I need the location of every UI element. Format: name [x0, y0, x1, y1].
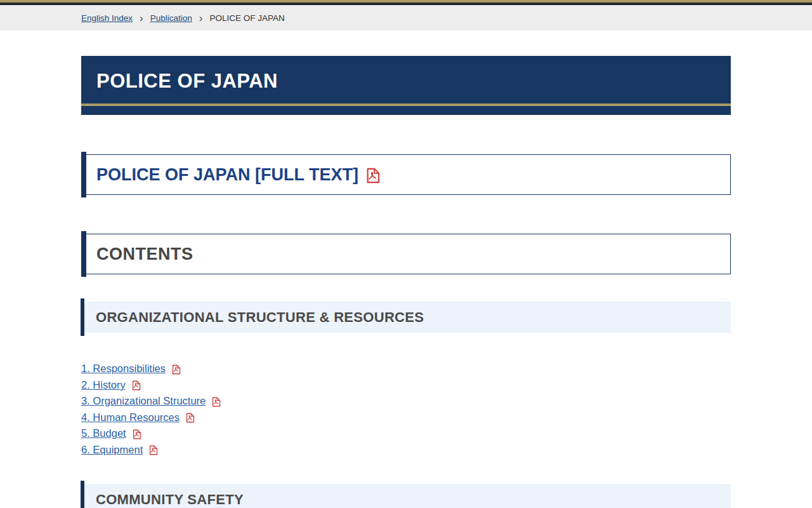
list-item: 1. Responsibilities [81, 361, 731, 377]
page-title: POLICE OF JAPAN [81, 56, 731, 93]
page-title-banner: POLICE OF JAPAN [81, 56, 731, 115]
list-item: 2. History [81, 377, 731, 394]
left-accent-bar [81, 152, 86, 197]
main-content: POLICE OF JAPAN POLICE OF JAPAN [FULL TE… [81, 56, 731, 508]
toc-link-budget[interactable]: 5. Budget [81, 427, 126, 439]
pdf-icon [364, 167, 381, 184]
pdf-icon [185, 412, 195, 424]
toc-list: 1. Responsibilities 2. History 3. Organi… [81, 361, 731, 458]
toc-link-responsibilities[interactable]: 1. Responsibilities [81, 363, 166, 375]
chevron-right-icon: › [140, 13, 143, 23]
left-accent-bar [81, 298, 84, 336]
breadcrumb-link-english-index[interactable]: English Index [81, 13, 133, 23]
breadcrumb: English Index › Publication › POLICE OF … [0, 5, 812, 30]
list-item: 6. Equipment [81, 442, 731, 458]
full-text-pdf-link[interactable]: POLICE OF JAPAN [FULL TEXT] [96, 165, 381, 185]
contents-box: CONTENTS [81, 234, 731, 274]
full-text-label: POLICE OF JAPAN [FULL TEXT] [96, 165, 358, 185]
toc-link-organizational-structure[interactable]: 3. Organizational Structure [81, 395, 206, 407]
toc-link-history[interactable]: 2. History [81, 379, 126, 391]
pdf-icon [148, 444, 159, 456]
section-title: ORGANIZATIONAL STRUCTURE & RESOURCES [96, 309, 424, 326]
toc-link-human-resources[interactable]: 4. Human Resources [81, 411, 180, 424]
contents-heading: CONTENTS [96, 244, 193, 264]
section-title: COMMUNITY SAFETY [96, 491, 244, 508]
list-item: 5. Budget [81, 425, 731, 442]
left-accent-bar [81, 481, 84, 508]
pdf-icon [211, 396, 221, 408]
section-header-community-safety: COMMUNITY SAFETY [81, 484, 731, 508]
list-item: 3. Organizational Structure [81, 393, 731, 410]
pdf-icon [171, 364, 181, 375]
full-text-box: POLICE OF JAPAN [FULL TEXT] [81, 154, 731, 195]
left-accent-bar [81, 231, 86, 277]
pdf-icon [131, 380, 141, 391]
banner-gold-accent-line [81, 104, 731, 106]
list-item: 4. Human Resources [81, 410, 731, 426]
section-header-organizational-structure: ORGANIZATIONAL STRUCTURE & RESOURCES [81, 302, 731, 333]
pdf-icon [131, 429, 142, 440]
breadcrumb-trail: English Index › Publication › POLICE OF … [81, 13, 731, 23]
breadcrumb-current-page: POLICE OF JAPAN [209, 13, 284, 23]
chevron-right-icon: › [199, 13, 203, 23]
toc-link-equipment[interactable]: 6. Equipment [81, 444, 143, 456]
breadcrumb-link-publication[interactable]: Publication [150, 13, 192, 23]
